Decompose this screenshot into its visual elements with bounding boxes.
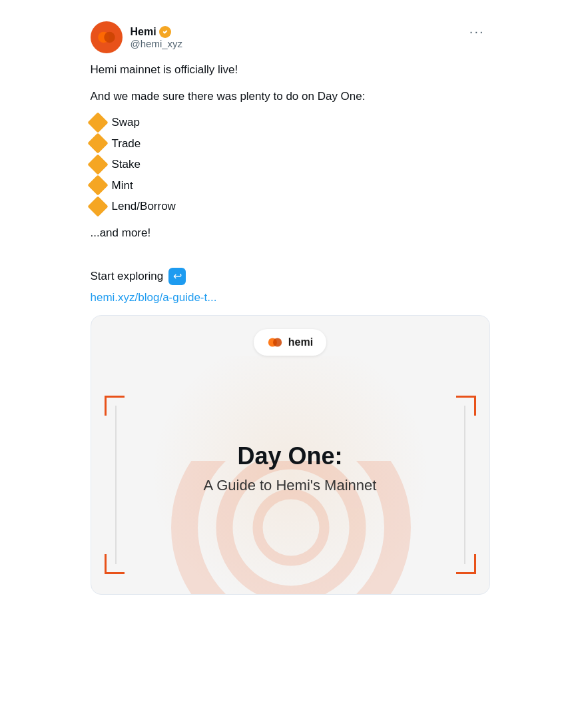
- svg-point-7: [258, 494, 324, 561]
- card-logo-text: hemi: [288, 336, 313, 348]
- line-left: [115, 406, 117, 564]
- tweet-header: Hemi @hemi_xyz ···: [91, 21, 490, 53]
- svg-point-1: [104, 32, 115, 43]
- article-card[interactable]: hemi Day One: A Guide to Hemi's Mainnet: [91, 315, 490, 595]
- user-name[interactable]: Hemi: [131, 26, 156, 38]
- list-item-label: Stake: [112, 156, 141, 173]
- list-item: Mint: [91, 177, 490, 194]
- bracket-top-left: [105, 396, 125, 416]
- svg-point-4: [273, 338, 282, 346]
- hemi-logo-icon: [267, 334, 283, 350]
- bracket-top-right: [456, 396, 476, 416]
- diamond-icon-trade: [87, 133, 108, 154]
- explore-line: Start exploring ↩: [91, 268, 490, 285]
- and-more-text: ...and more!: [91, 224, 490, 242]
- verified-icon: [159, 26, 171, 38]
- card-title: Day One:: [237, 442, 342, 470]
- tweet-body: Hemi mainnet is officially live! And we …: [91, 61, 490, 306]
- user-name-row: Hemi: [131, 26, 183, 38]
- list-item: Swap: [91, 114, 490, 131]
- card-logo-pill: hemi: [254, 329, 326, 356]
- feature-list: Swap Trade Stake Mint Lend/Borrow: [91, 114, 490, 215]
- bracket-bottom-left: [105, 554, 125, 574]
- diamond-icon-mint: [87, 175, 108, 196]
- explore-text: Start exploring: [91, 268, 164, 285]
- user-info: Hemi @hemi_xyz: [131, 26, 183, 49]
- list-item-label: Mint: [112, 177, 133, 194]
- line-right: [464, 406, 465, 564]
- paragraph-2: And we made sure there was plenty to do …: [91, 88, 490, 105]
- bracket-bottom-right: [456, 554, 476, 574]
- diamond-icon-swap: [87, 112, 108, 133]
- arrow-down-right-icon: ↩: [168, 268, 186, 285]
- list-item-label: Swap: [112, 114, 141, 131]
- diamond-icon-stake: [87, 154, 108, 175]
- list-item: Stake: [91, 156, 490, 173]
- tweet-container: Hemi @hemi_xyz ··· Hemi mainnet is offic…: [91, 11, 490, 605]
- user-handle[interactable]: @hemi_xyz: [131, 38, 183, 49]
- list-item: Lend/Borrow: [91, 198, 490, 215]
- list-item-label: Trade: [112, 135, 141, 153]
- avatar[interactable]: [91, 21, 123, 53]
- paragraph-1: Hemi mainnet is officially live!: [91, 61, 490, 79]
- diamond-icon-lend: [87, 196, 108, 216]
- blog-link[interactable]: hemi.xyz/blog/a-guide-t...: [91, 291, 217, 304]
- list-item-label: Lend/Borrow: [112, 198, 176, 215]
- card-body: Day One: A Guide to Hemi's Mainnet: [91, 356, 489, 594]
- tweet-header-left: Hemi @hemi_xyz: [91, 21, 183, 53]
- card-subtitle: A Guide to Hemi's Mainnet: [204, 477, 377, 494]
- list-item: Trade: [91, 135, 490, 153]
- more-options-button[interactable]: ···: [464, 21, 490, 42]
